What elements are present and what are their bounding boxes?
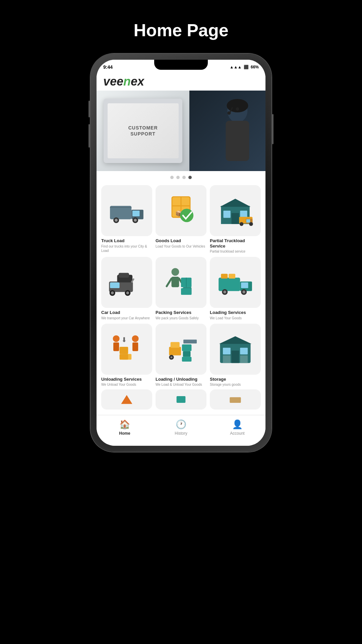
load-unload-icon — [162, 330, 200, 368]
svg-point-39 — [172, 268, 179, 276]
service-unloading[interactable]: ⬇ Unloading Services We Unload Your Good… — [101, 324, 152, 387]
service-extra-3[interactable] — [210, 389, 261, 412]
service-desc-loading: We Load Your Goods — [210, 316, 242, 320]
service-icon-packing — [156, 257, 206, 308]
home-icon: 🏠 — [119, 419, 130, 430]
hero-banner: CUSTOMER SUPPORT — [97, 91, 265, 171]
svg-point-37 — [126, 291, 129, 294]
svg-point-56 — [113, 335, 120, 342]
svg-rect-78 — [240, 355, 248, 363]
hero-monitor: CUSTOMER SUPPORT — [97, 91, 189, 171]
svg-point-10 — [115, 219, 118, 222]
svg-point-35 — [111, 291, 114, 294]
svg-point-28 — [240, 222, 243, 226]
service-loading[interactable]: Loading Services We Load Your Goods — [210, 257, 261, 320]
service-load-unload[interactable]: Loading / Unloading We Load & Unload You… — [156, 324, 206, 387]
svg-rect-33 — [119, 273, 129, 278]
svg-point-29 — [249, 222, 253, 226]
page-title: Home Page — [133, 0, 228, 54]
car-load-icon — [108, 263, 146, 302]
hero-line1: CUSTOMER — [128, 125, 158, 131]
svg-rect-81 — [230, 397, 241, 403]
service-extra-1[interactable] — [101, 389, 152, 412]
service-name-car-load: Car Load — [101, 310, 120, 315]
bottom-nav: 🏠 Home 🕐 History 👤 Account — [97, 415, 265, 446]
service-name-unloading: Unloading Services — [101, 377, 142, 382]
svg-rect-62 — [120, 354, 128, 360]
svg-point-55 — [242, 290, 245, 293]
hero-person — [189, 91, 265, 171]
svg-marker-79 — [121, 395, 132, 404]
svg-point-58 — [132, 335, 139, 342]
service-desc-truck-load: Find our trucks into your City & Load — [101, 244, 152, 253]
phone-screen: 9:44 ▲▲▲ ⬛ 66% veenex CUSTOMER SUPPORT — [97, 60, 265, 446]
goods-icon: 📦 — [162, 192, 200, 230]
logo-n: n — [123, 74, 131, 88]
svg-rect-51 — [229, 274, 235, 279]
nav-history[interactable]: 🕐 History — [153, 419, 209, 436]
service-icon-extra-1 — [101, 389, 152, 410]
svg-point-12 — [134, 219, 137, 222]
svg-text:⬇: ⬇ — [121, 336, 127, 343]
service-desc-load-unload: We Load & Unload Your Goods — [156, 382, 202, 387]
svg-point-71 — [171, 356, 173, 358]
service-icon-car-load — [101, 257, 152, 308]
service-truck-load[interactable]: Truck Load Find our trucks into your Cit… — [101, 185, 152, 254]
service-extra-2[interactable] — [156, 389, 206, 412]
svg-rect-59 — [132, 342, 138, 351]
svg-rect-23 — [240, 211, 247, 218]
service-icon-partial-truckload — [210, 185, 261, 236]
service-icon-truck-load — [101, 185, 152, 236]
svg-rect-49 — [241, 282, 248, 288]
service-partial-truckload[interactable]: Partial Truckload Service Partial truckl… — [210, 185, 261, 254]
carousel-dots — [97, 171, 265, 182]
service-icon-extra-3 — [210, 389, 261, 410]
service-icon-loading — [210, 257, 261, 308]
svg-rect-69 — [183, 339, 197, 343]
hero-line2: SUPPORT — [128, 131, 158, 137]
nav-account-label: Account — [230, 431, 244, 436]
service-goods-load[interactable]: 📦 Goods Load Load Your Goods to Our Vehi… — [156, 185, 206, 254]
service-storage[interactable]: Storage Storage yours goods — [210, 324, 261, 387]
dot-3[interactable] — [182, 176, 186, 179]
svg-rect-45 — [181, 288, 191, 295]
service-desc-unloading: We Unload Your Goods — [101, 382, 136, 387]
storage-icon — [216, 330, 254, 368]
nav-home[interactable]: 🏠 Home — [97, 419, 153, 436]
status-icons: ▲▲▲ ⬛ 66% — [230, 65, 259, 69]
services-grid: Truck Load Find our trucks into your Cit… — [97, 182, 265, 387]
nav-account[interactable]: 👤 Account — [209, 419, 265, 436]
svg-rect-77 — [223, 355, 231, 363]
svg-point-3 — [236, 107, 239, 111]
dot-4[interactable] — [188, 176, 192, 179]
service-packing[interactable]: Packing Services We pack yours Goods Saf… — [156, 257, 206, 320]
dot-2[interactable] — [176, 176, 180, 179]
svg-rect-76 — [232, 351, 239, 363]
dot-1[interactable] — [170, 176, 174, 179]
service-name-packing: Packing Services — [156, 310, 191, 315]
svg-rect-65 — [171, 342, 180, 347]
service-desc-packing: We pack yours Goods Safely — [156, 316, 199, 320]
service-name-partial-truckload: Partial Truckload Service — [210, 238, 261, 249]
warehouse-icon — [216, 192, 254, 230]
svg-rect-47 — [219, 278, 240, 291]
signal-icon: ▲▲▲ — [230, 65, 242, 69]
service-name-truck-load: Truck Load — [101, 238, 124, 244]
status-time: 9:44 — [103, 64, 113, 70]
extra-icon-1 — [117, 393, 137, 406]
service-icon-goods-load: 📦 — [156, 185, 206, 236]
service-car-load[interactable]: Car Load We transport your Car Anywhere — [101, 257, 152, 320]
nav-history-label: History — [175, 431, 187, 436]
app-header: veenex — [97, 71, 265, 91]
service-desc-car-load: We transport your Car Anywhere — [101, 316, 150, 320]
svg-rect-64 — [169, 347, 181, 356]
svg-rect-67 — [183, 351, 191, 357]
battery-icon: 66% — [251, 65, 259, 69]
svg-marker-73 — [219, 336, 252, 344]
loading-icon — [216, 263, 254, 302]
svg-rect-66 — [182, 344, 192, 351]
person-silhouette-svg — [189, 91, 265, 171]
svg-rect-80 — [177, 396, 186, 403]
service-desc-goods-load: Load Your Goods to Our Vehicles — [156, 244, 205, 249]
logo-hex: ex — [131, 74, 144, 88]
